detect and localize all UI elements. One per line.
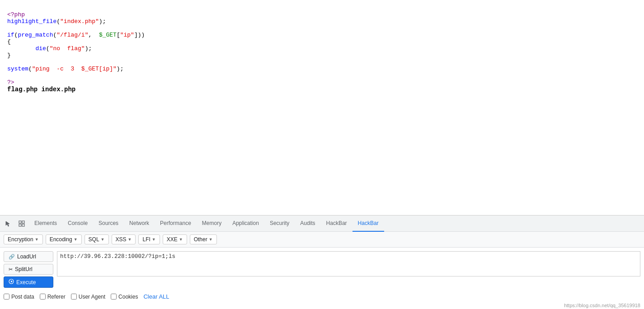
scissors-icon: ✂ — [9, 267, 13, 272]
split-url-button[interactable]: ✂ SplitUrl — [4, 264, 53, 275]
tab-hackbar1[interactable]: HackBar — [321, 215, 353, 232]
link-icon: 🔗 — [9, 254, 15, 260]
encoding-dropdown[interactable]: Encoding ▼ — [46, 234, 82, 244]
code-display: <?php highlight_file("index.php"); if(pr… — [0, 0, 644, 215]
devtools-panel: Elements Console Sources Network Perform… — [0, 215, 644, 309]
lfi-arrow-icon: ▼ — [152, 237, 156, 242]
tab-console[interactable]: Console — [62, 215, 93, 232]
xss-arrow-icon: ▼ — [128, 237, 132, 242]
tab-sources[interactable]: Sources — [93, 215, 124, 232]
inspect-icon[interactable] — [15, 217, 28, 230]
tab-performance[interactable]: Performance — [155, 215, 197, 232]
post-data-checkbox[interactable] — [4, 294, 9, 300]
svg-marker-5 — [11, 281, 13, 283]
sql-arrow-icon: ▼ — [101, 237, 105, 242]
svg-rect-1 — [22, 221, 24, 223]
execute-button[interactable]: Execute — [4, 276, 53, 288]
referer-label[interactable]: Referer — [40, 294, 66, 300]
cookies-checkbox[interactable] — [111, 294, 117, 300]
xxe-arrow-icon: ▼ — [179, 237, 183, 242]
tab-audits[interactable]: Audits — [295, 215, 320, 232]
svg-rect-0 — [19, 221, 21, 223]
user-agent-checkbox[interactable] — [71, 294, 77, 300]
file-links: flag.php index.php — [7, 86, 75, 93]
hackbar-bottom: Post data Referer User Agent Cookies Cle… — [0, 291, 644, 303]
hackbar-toolbar: Encryption ▼ Encoding ▼ SQL ▼ XSS ▼ LFI … — [0, 232, 644, 248]
encryption-dropdown[interactable]: Encryption ▼ — [4, 234, 43, 244]
tab-hackbar2[interactable]: HackBar — [353, 215, 384, 232]
tab-application[interactable]: Application — [227, 215, 264, 232]
play-icon — [9, 279, 14, 286]
hackbar-buttons: 🔗 LoadUrl ✂ SplitUrl Execute — [4, 251, 53, 288]
watermark: https://blog.csdn.net/qq_35619918 — [0, 303, 644, 309]
tab-bar: Elements Console Sources Network Perform… — [0, 215, 644, 232]
referer-checkbox[interactable] — [40, 294, 46, 300]
url-area: http://39.96.23.228:10002/?ip=1;ls — [57, 251, 640, 288]
cursor-icon[interactable] — [2, 217, 14, 230]
svg-rect-3 — [22, 224, 24, 226]
xss-dropdown[interactable]: XSS ▼ — [112, 234, 136, 244]
cookies-label[interactable]: Cookies — [111, 294, 138, 300]
tab-elements[interactable]: Elements — [29, 215, 62, 232]
url-input[interactable]: http://39.96.23.228:10002/?ip=1;ls — [57, 251, 640, 276]
encoding-arrow-icon: ▼ — [74, 237, 78, 242]
user-agent-label[interactable]: User Agent — [71, 294, 105, 300]
lfi-dropdown[interactable]: LFI ▼ — [138, 234, 160, 244]
post-data-label[interactable]: Post data — [4, 294, 34, 300]
tab-memory[interactable]: Memory — [197, 215, 227, 232]
encryption-arrow-icon: ▼ — [35, 237, 39, 242]
svg-rect-2 — [19, 224, 21, 226]
tab-security[interactable]: Security — [264, 215, 295, 232]
other-dropdown[interactable]: Other ▼ — [190, 234, 217, 244]
hackbar-content: 🔗 LoadUrl ✂ SplitUrl Execute http://39.9… — [0, 248, 644, 291]
other-arrow-icon: ▼ — [209, 237, 213, 242]
load-url-button[interactable]: 🔗 LoadUrl — [4, 251, 53, 262]
sql-dropdown[interactable]: SQL ▼ — [85, 234, 109, 244]
xxe-dropdown[interactable]: XXE ▼ — [163, 234, 187, 244]
tab-network[interactable]: Network — [124, 215, 155, 232]
clear-all-button[interactable]: Clear ALL — [143, 293, 169, 300]
